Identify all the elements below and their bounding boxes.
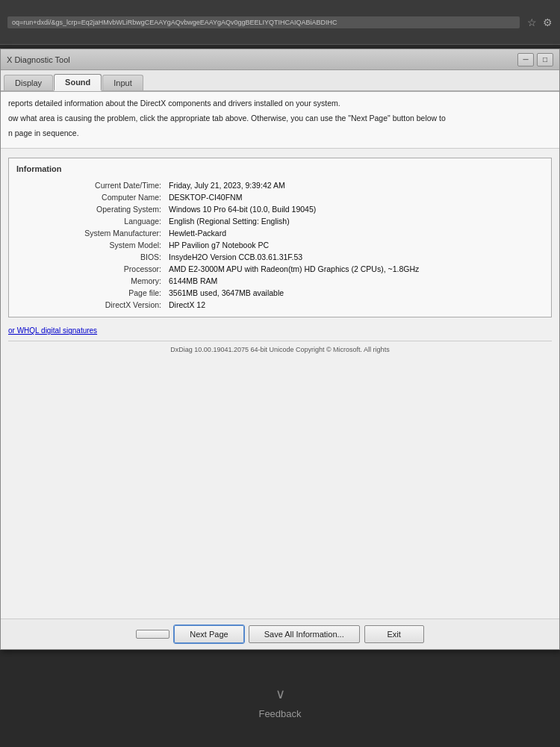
dxdiag-window: X Diagnostic Tool ─ □ Display Sound Inpu… xyxy=(0,49,560,650)
info-value: English (Regional Setting: English) xyxy=(166,215,544,227)
table-row: Memory:6144MB RAM xyxy=(16,275,544,287)
tabs-bar: Display Sound Input xyxy=(1,70,559,92)
browser-url: oq=run+dxdi/&gs_lcrp=Eq2jaHMvbWLiRbwgCEA… xyxy=(7,16,520,28)
table-row: Current Date/Time:Friday, July 21, 2023,… xyxy=(16,179,544,191)
table-row: Operating System:Windows 10 Pro 64-bit (… xyxy=(16,203,544,215)
info-value: AMD E2-3000M APU with Radeon(tm) HD Grap… xyxy=(166,263,544,275)
info-label: Page file: xyxy=(16,287,166,299)
info-value: 3561MB used, 3647MB available xyxy=(166,287,544,299)
window-controls: ─ □ xyxy=(517,53,553,66)
table-row: DirectX Version:DirectX 12 xyxy=(16,299,544,311)
feedback-chevron-icon: ∨ xyxy=(276,686,285,702)
table-row: System Model:HP Pavilion g7 Notebook PC xyxy=(16,239,544,251)
info-label: Current Date/Time: xyxy=(16,179,166,191)
settings-icon: ⚙ xyxy=(543,16,553,28)
description-text: reports detailed information about the D… xyxy=(8,98,552,139)
table-row: System Manufacturer:Hewlett-Packard xyxy=(16,227,544,239)
table-row: Language:English (Regional Setting: Engl… xyxy=(16,215,544,227)
feedback-label: Feedback xyxy=(258,708,301,719)
exit-button[interactable]: Exit xyxy=(364,625,424,643)
browser-icons: ☆ ⚙ xyxy=(527,16,553,28)
info-value: Windows 10 Pro 64-bit (10.0, Build 19045… xyxy=(166,203,544,215)
tab-sound[interactable]: Sound xyxy=(54,74,102,91)
description-line3: n page in sequence. xyxy=(8,128,552,140)
maximize-button[interactable]: □ xyxy=(537,53,553,66)
table-row: Page file:3561MB used, 3647MB available xyxy=(16,287,544,299)
info-value: Hewlett-Packard xyxy=(166,227,544,239)
info-value: Friday, July 21, 2023, 9:39:42 AM xyxy=(166,179,544,191)
table-row: Processor:AMD E2-3000M APU with Radeon(t… xyxy=(16,263,544,275)
info-label: Processor: xyxy=(16,263,166,275)
digital-signature-link[interactable]: or WHQL digital signatures xyxy=(8,326,552,335)
info-table: Current Date/Time:Friday, July 21, 2023,… xyxy=(16,179,544,311)
tab-display[interactable]: Display xyxy=(4,75,53,90)
table-row: BIOS:InsydeH2O Version CCB.03.61.31F.53 xyxy=(16,251,544,263)
info-value: DirectX 12 xyxy=(166,299,544,311)
info-label: BIOS: xyxy=(16,251,166,263)
info-label: System Model: xyxy=(16,239,166,251)
feedback-area: ∨ Feedback xyxy=(0,657,560,747)
bottom-buttons: Next Page Save All Information... Exit xyxy=(1,619,559,649)
footer-copyright: DxDiag 10.00.19041.2075 64-bit Unicode C… xyxy=(8,341,552,353)
placeholder-btn-left xyxy=(136,630,169,639)
info-value: 6144MB RAM xyxy=(166,275,544,287)
description-area: reports detailed information about the D… xyxy=(1,92,559,149)
next-page-button[interactable]: Next Page xyxy=(174,625,243,643)
info-section-title: Information xyxy=(16,164,544,173)
save-all-button[interactable]: Save All Information... xyxy=(249,625,360,643)
info-value: DESKTOP-CI40FNM xyxy=(166,191,544,203)
bookmark-icon: ☆ xyxy=(527,16,537,28)
info-label: Computer Name: xyxy=(16,191,166,203)
info-label: Language: xyxy=(16,215,166,227)
info-value: InsydeH2O Version CCB.03.61.31F.53 xyxy=(166,251,544,263)
description-line2: ow what area is causing the problem, cli… xyxy=(8,113,552,125)
table-row: Computer Name:DESKTOP-CI40FNM xyxy=(16,191,544,203)
info-section: Information Current Date/Time:Friday, Ju… xyxy=(8,158,552,317)
window-titlebar: X Diagnostic Tool ─ □ xyxy=(1,49,559,70)
info-label: DirectX Version: xyxy=(16,299,166,311)
info-label: Operating System: xyxy=(16,203,166,215)
info-label: Memory: xyxy=(16,275,166,287)
browser-bar: oq=run+dxdi/&gs_lcrp=Eq2jaHMvbWLiRbwgCEA… xyxy=(0,0,560,45)
description-line1: reports detailed information about the D… xyxy=(8,98,552,110)
info-label: System Manufacturer: xyxy=(16,227,166,239)
minimize-button[interactable]: ─ xyxy=(517,53,534,66)
tab-input[interactable]: Input xyxy=(102,75,143,90)
info-value: HP Pavilion g7 Notebook PC xyxy=(166,239,544,251)
window-title: X Diagnostic Tool xyxy=(7,55,70,64)
